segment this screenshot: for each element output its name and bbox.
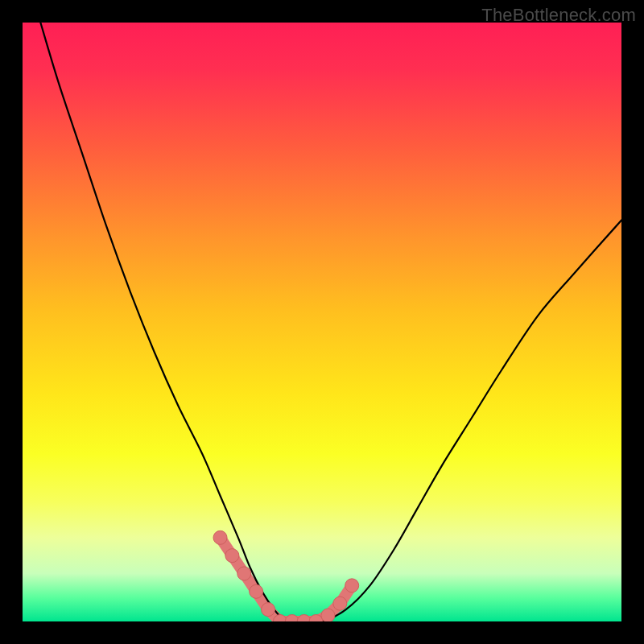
highlight-dot: [237, 567, 251, 580]
bottleneck-curve-svg: [23, 23, 621, 621]
highlight-dot: [225, 549, 239, 563]
highlight-dot: [297, 615, 311, 622]
highlight-dot: [285, 615, 299, 622]
highlight-dot: [333, 597, 347, 610]
highlight-dot: [345, 579, 359, 592]
highlight-dots-group: [213, 530, 359, 621]
highlight-dot-connector: [221, 538, 353, 621]
highlight-dot: [321, 609, 335, 621]
highlight-dot: [250, 584, 263, 598]
highlight-dot: [213, 530, 227, 544]
bottleneck-curve-path: [40, 23, 621, 621]
chart-area: [23, 23, 621, 621]
highlight-dot: [262, 603, 275, 617]
